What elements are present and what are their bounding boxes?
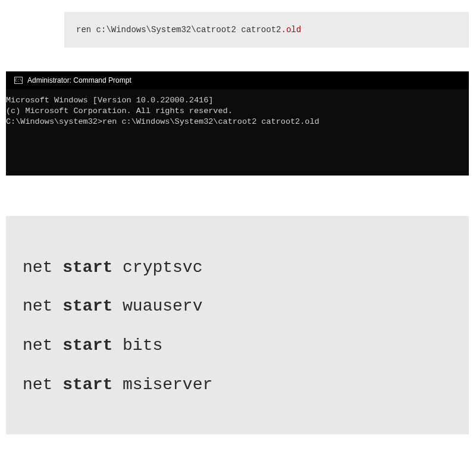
code-keyword: start (62, 258, 112, 277)
code-arg: wuauserv (112, 297, 202, 315)
terminal-line: (c) Microsoft Corporation. All rights re… (6, 106, 469, 117)
code-arg: bits (112, 336, 162, 355)
terminal-title-text: Administrator: Command Prompt (27, 76, 131, 84)
code-keyword: start (62, 375, 112, 394)
code-cmd: net (23, 297, 62, 315)
code-block-net-start: net start cryptsvc net start wuauserv ne… (6, 216, 469, 434)
code-cmd: net (23, 258, 62, 277)
cmd-icon-label: C:\ (15, 78, 23, 83)
code-row: net start wuauserv (23, 287, 452, 326)
code-row: net start msiserver (23, 365, 452, 405)
code-cmd: net (23, 336, 62, 355)
terminal-title-bar: C:\ Administrator: Command Prompt (6, 71, 469, 89)
code-cmd: net (23, 375, 62, 394)
code-arg: cryptsvc (112, 258, 202, 277)
terminal-line: C:\Windows\system32>ren c:\Windows\Syste… (6, 117, 469, 127)
code-text-prefix: ren c:\Windows\System32\catroot2 catroot… (76, 25, 281, 35)
terminal-line: Microsoft Windows [Version 10.0.22000.24… (6, 95, 469, 106)
code-row: net start bits (23, 326, 452, 365)
code-keyword: start (62, 297, 112, 315)
terminal-body: Microsoft Windows [Version 10.0.22000.24… (6, 89, 469, 176)
code-row: net start cryptsvc (23, 248, 452, 287)
cmd-icon: C:\ (14, 77, 23, 84)
code-keyword: start (62, 336, 112, 355)
code-text-dot: . (281, 25, 286, 35)
code-arg: msiserver (112, 375, 212, 394)
terminal-window: C:\ Administrator: Command Prompt Micros… (6, 71, 469, 176)
code-text-suffix: old (286, 25, 301, 35)
code-block-ren-command: ren c:\Windows\System32\catroot2 catroot… (64, 12, 469, 48)
